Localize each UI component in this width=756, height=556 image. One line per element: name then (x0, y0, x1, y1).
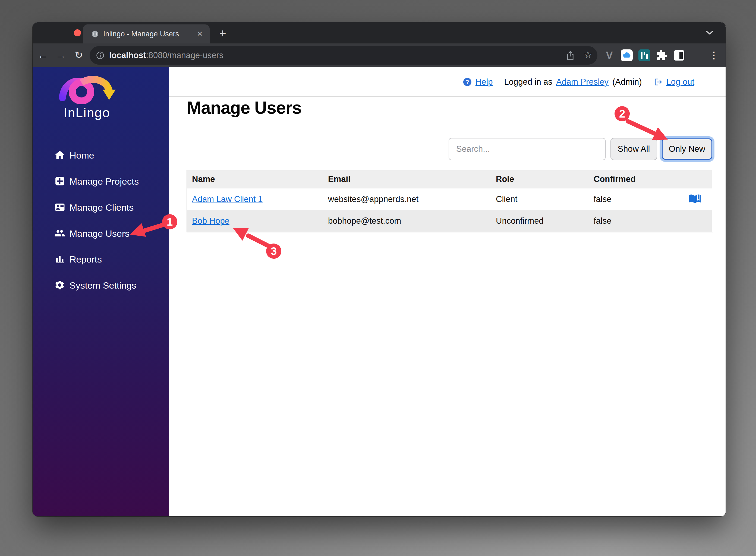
sidebar-item-label: Manage Users (70, 226, 130, 241)
url-text: localhost:8080/manage-users (109, 46, 223, 65)
site-info-icon[interactable] (96, 51, 104, 60)
users-table: Name Email Role Confirmed Adam Law Clien… (186, 170, 713, 232)
tab-strip: Inlingo - Manage Users × + (33, 22, 726, 43)
url-path: :8080/manage-users (146, 50, 223, 60)
table-row-cell: websites@appnerds.net (323, 188, 491, 210)
help-icon[interactable]: ? (463, 78, 472, 86)
current-user-link[interactable]: Adam Presley (556, 77, 609, 87)
gear-icon (54, 280, 65, 290)
browser-toolbar: ← → ↻ localhost:8080/manage-users ☆ V (33, 43, 726, 67)
browser-tab[interactable]: Inlingo - Manage Users × (83, 25, 210, 43)
user-name-link[interactable]: Adam Law Client 1 (192, 195, 263, 204)
sidebar-item-label: Manage Projects (70, 174, 139, 189)
sidebar-item-label: Reports (70, 252, 102, 267)
close-window-button[interactable] (74, 29, 81, 36)
table-row-cell: Unconfirmed (491, 210, 589, 232)
table-row-cell (678, 210, 712, 232)
sidebar-item-label: Home (70, 148, 94, 163)
square-plus-icon (54, 176, 65, 186)
column-header-name[interactable]: Name (187, 170, 323, 188)
browser-window: Inlingo - Manage Users × + ← → ↻ localho… (33, 22, 726, 516)
table-row-cell (678, 188, 712, 210)
sidebar-item-home[interactable]: Home (33, 148, 169, 165)
sidebar-item-manage-clients[interactable]: Manage Clients (33, 200, 169, 217)
page-content: InLingo Home Manage Projects (33, 67, 726, 516)
brand-name: InLingo (43, 105, 130, 120)
reload-button[interactable]: ↻ (71, 43, 87, 67)
search-input[interactable] (449, 138, 606, 160)
sidebar-item-manage-projects[interactable]: Manage Projects (33, 174, 169, 191)
bookmark-star-icon[interactable]: ☆ (583, 46, 592, 65)
sidebar-item-system-settings[interactable]: System Settings (33, 278, 169, 295)
help-link[interactable]: Help (476, 77, 493, 87)
share-icon[interactable] (565, 50, 575, 61)
table-row-cell: Bob Hope (187, 210, 323, 232)
logged-in-prefix: Logged in as (504, 77, 553, 87)
svg-text:?: ? (466, 79, 469, 85)
home-icon (54, 149, 65, 161)
back-button[interactable]: ← (35, 43, 51, 67)
open-book-icon[interactable] (688, 194, 701, 205)
header-links: ? Help Logged in as Adam Presley (Admin)… (463, 67, 694, 96)
url-host: localhost (109, 50, 146, 60)
stats-extension-icon[interactable] (639, 49, 650, 61)
app-header: ? Help Logged in as Adam Presley (Admin)… (169, 67, 726, 97)
logout-icon[interactable] (653, 78, 662, 86)
user-role-suffix: (Admin) (612, 77, 642, 87)
user-name-link[interactable]: Bob Hope (192, 216, 230, 226)
column-header-confirmed[interactable]: Confirmed (589, 170, 678, 188)
address-bar[interactable]: localhost:8080/manage-users ☆ (90, 46, 597, 65)
icloud-extension-icon[interactable] (621, 49, 633, 61)
tab-close-icon[interactable]: × (197, 25, 203, 43)
tab-title: Inlingo - Manage Users (103, 25, 179, 43)
table-row-cell: false (589, 188, 678, 210)
id-card-icon (54, 202, 65, 213)
page-title: Manage Users (187, 98, 301, 118)
show-all-button[interactable]: Show All (611, 138, 657, 160)
table-row-cell: bobhope@test.com (323, 210, 491, 232)
table-row-cell: false (589, 210, 678, 232)
main-area: ? Help Logged in as Adam Presley (Admin)… (169, 67, 726, 516)
people-icon (54, 228, 65, 239)
sidebar-item-label: Manage Clients (70, 200, 134, 215)
extensions-puzzle-icon[interactable] (656, 50, 667, 61)
tab-search-chevron-icon[interactable] (706, 30, 714, 35)
column-header-actions (678, 170, 712, 188)
side-panel-icon[interactable] (674, 50, 685, 61)
column-header-role[interactable]: Role (491, 170, 589, 188)
bar-chart-icon (54, 253, 65, 265)
sidebar-item-label: System Settings (70, 278, 136, 293)
new-tab-button[interactable]: + (215, 25, 230, 43)
inlingo-logo-icon (59, 74, 116, 104)
logout-link[interactable]: Log out (666, 77, 694, 87)
sidebar-item-manage-users[interactable]: Manage Users (33, 226, 169, 243)
desktop: { "browser": { "tab_title": "Inlingo - M… (0, 0, 756, 556)
column-header-email[interactable]: Email (323, 170, 491, 188)
globe-favicon-icon (91, 30, 99, 38)
table-row-cell: Adam Law Client 1 (187, 188, 323, 210)
browser-menu-icon[interactable]: ⋮ (709, 43, 717, 67)
only-new-button[interactable]: Only New (662, 138, 712, 160)
table-row-cell: Client (491, 188, 589, 210)
sidebar-item-reports[interactable]: Reports (33, 252, 169, 269)
forward-button[interactable]: → (53, 43, 69, 67)
sidebar: InLingo Home Manage Projects (33, 67, 169, 516)
vue-devtools-extension-icon[interactable]: V (602, 43, 617, 67)
